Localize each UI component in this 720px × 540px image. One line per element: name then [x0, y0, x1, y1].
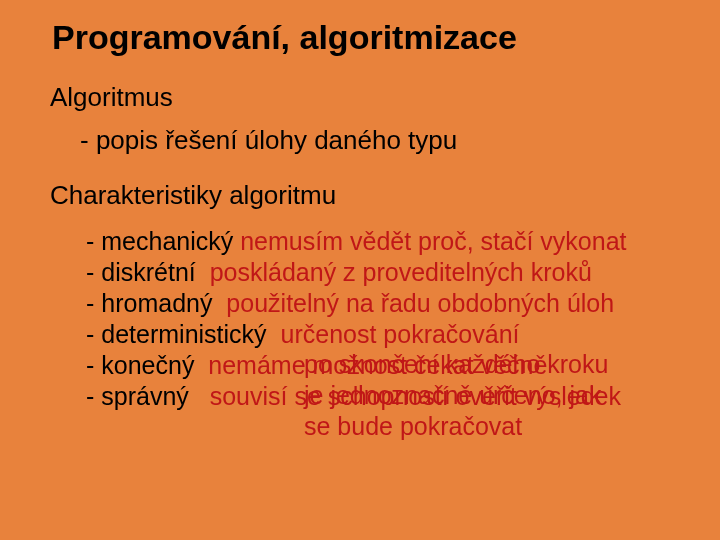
overlay-text: po skončení každého kroku je jednoznačně… — [304, 349, 608, 442]
section-charakteristiky: Charakteristiky algoritmu — [50, 180, 336, 211]
section-algoritmus: Algoritmus — [50, 82, 173, 113]
slide-title: Programování, algoritmizace — [52, 18, 517, 57]
item-desc: použitelný na řadu obdobných úloh — [226, 289, 614, 317]
overlay-line: po skončení každého kroku — [304, 349, 608, 380]
list-item: - mechanický nemusím vědět proč, stačí v… — [86, 226, 627, 257]
item-label: - hromadný — [86, 289, 212, 317]
item-label: - konečný — [86, 351, 194, 379]
item-desc: poskládaný z proveditelných kroků — [210, 258, 592, 286]
item-label: - mechanický — [86, 227, 233, 255]
definition-line: - popis řešení úlohy daného typu — [80, 125, 457, 156]
item-label: - správný — [86, 382, 189, 410]
list-item: - hromadný použitelný na řadu obdobných … — [86, 288, 627, 319]
slide: Programování, algoritmizace Algoritmus -… — [0, 0, 720, 540]
item-label: - deterministický — [86, 320, 267, 348]
overlay-line: se bude pokračovat — [304, 411, 608, 442]
list-item: - diskrétní poskládaný z proveditelných … — [86, 257, 627, 288]
item-desc: nemusím vědět proč, stačí vykonat — [240, 227, 626, 255]
item-label: - diskrétní — [86, 258, 196, 286]
item-desc: určenost pokračování — [281, 320, 520, 348]
list-item: - deterministický určenost pokračování — [86, 319, 627, 350]
overlay-line: je jednoznačně určeno, jak — [304, 380, 608, 411]
